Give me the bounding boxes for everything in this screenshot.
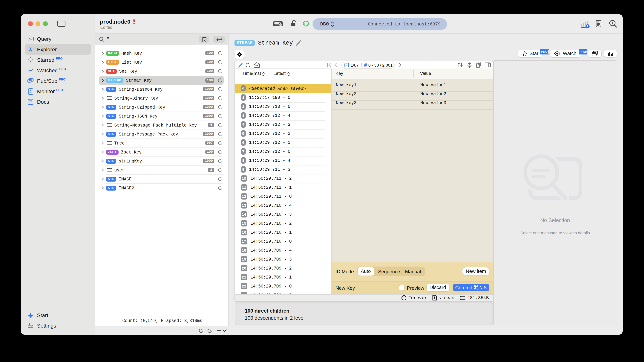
svg-text:10: 10	[208, 330, 210, 332]
svg-text:S: S	[484, 285, 486, 290]
